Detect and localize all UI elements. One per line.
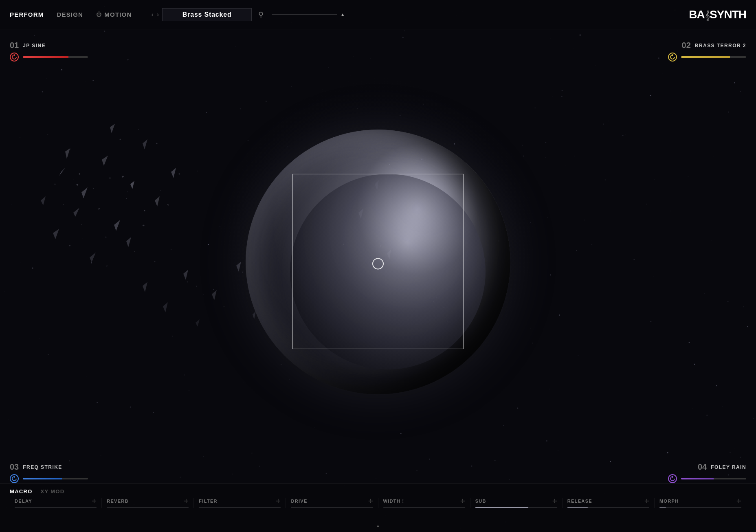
svg-marker-8 bbox=[53, 229, 59, 239]
svg-point-38 bbox=[179, 174, 180, 175]
slot-03-header: 03 FREQ STRIKE bbox=[10, 462, 88, 472]
macro-sub: SUB ✛ bbox=[470, 498, 563, 508]
header-slider-track[interactable] bbox=[272, 14, 337, 15]
tab-macro[interactable]: MACRO bbox=[10, 488, 33, 495]
svg-point-47 bbox=[203, 294, 204, 295]
instrument-slot-03: 03 FREQ STRIKE bbox=[10, 462, 88, 483]
power-icon: ⏻ bbox=[96, 11, 102, 18]
svg-point-37 bbox=[160, 190, 161, 191]
svg-marker-28 bbox=[196, 319, 200, 327]
macro-delay-drag-icon[interactable]: ✛ bbox=[92, 498, 97, 504]
slot-02-header: 02 BRASS TERROR 2 bbox=[682, 41, 746, 50]
macro-width-track[interactable] bbox=[383, 507, 465, 508]
preset-nav: ‹ › Brass Stacked ⚲ bbox=[152, 8, 264, 21]
svg-point-39 bbox=[63, 204, 64, 205]
slot-01-name: JP SINE bbox=[23, 43, 46, 48]
macro-drive: DRIVE ✛ bbox=[286, 498, 378, 508]
macro-sub-label: SUB bbox=[475, 499, 486, 503]
svg-marker-25 bbox=[143, 282, 147, 292]
svg-marker-5 bbox=[114, 220, 120, 231]
svg-marker-12 bbox=[41, 196, 46, 205]
svg-marker-10 bbox=[126, 237, 131, 247]
macro-width-drag-icon[interactable]: ✛ bbox=[460, 498, 465, 504]
svg-marker-4 bbox=[130, 181, 134, 189]
svg-marker-23 bbox=[212, 290, 217, 300]
svg-point-34 bbox=[110, 178, 111, 179]
bottom-triangle-icon: ▲ bbox=[376, 521, 380, 529]
slot-03-power-button[interactable] bbox=[10, 474, 19, 483]
tab-motion[interactable]: ⏻ MOTION bbox=[96, 11, 132, 18]
slot-03-controls bbox=[10, 474, 88, 483]
svg-rect-15 bbox=[76, 184, 78, 185]
macro-drive-track[interactable] bbox=[291, 507, 373, 508]
svg-point-35 bbox=[126, 198, 127, 199]
macro-reverb-drag-icon[interactable]: ✛ bbox=[184, 498, 189, 504]
slot-02-name: BRASS TERROR 2 bbox=[695, 43, 746, 48]
slot-03-name: FREQ STRIKE bbox=[23, 464, 62, 470]
svg-point-32 bbox=[79, 174, 80, 175]
svg-marker-7 bbox=[171, 168, 176, 178]
svg-rect-20 bbox=[69, 245, 70, 246]
sphere-inner bbox=[290, 174, 486, 369]
header-slider: ▲ bbox=[272, 12, 345, 18]
svg-marker-2 bbox=[102, 156, 108, 166]
macro-width: WIDTH ! ✛ bbox=[378, 498, 470, 508]
svg-marker-22 bbox=[183, 270, 188, 280]
macro-morph: MORPH ✛ bbox=[655, 498, 746, 508]
macro-drive-label: DRIVE bbox=[291, 499, 307, 503]
macro-release-drag-icon[interactable]: ✛ bbox=[644, 498, 649, 504]
instrument-slot-01: 01 JP SINE bbox=[10, 41, 88, 62]
svg-point-46 bbox=[187, 281, 188, 283]
svg-marker-6 bbox=[155, 196, 160, 207]
slot-04-controls bbox=[668, 474, 746, 483]
slot-04-name: FOLEY RAIN bbox=[711, 464, 746, 470]
slot-04-level-bar[interactable] bbox=[681, 478, 746, 479]
macro-filter-drag-icon[interactable]: ✛ bbox=[276, 498, 281, 504]
next-preset-button[interactable]: › bbox=[157, 11, 159, 18]
svg-marker-24 bbox=[163, 302, 168, 312]
svg-rect-18 bbox=[143, 224, 145, 226]
macro-filter-track[interactable] bbox=[199, 507, 281, 508]
svg-point-33 bbox=[93, 188, 94, 189]
svg-point-36 bbox=[144, 210, 145, 211]
macro-delay-track[interactable] bbox=[15, 507, 97, 508]
macro-sub-drag-icon[interactable]: ✛ bbox=[552, 498, 557, 504]
macro-release-track[interactable] bbox=[567, 507, 649, 508]
macro-reverb: REVERB ✛ bbox=[102, 498, 194, 508]
svg-marker-14 bbox=[110, 124, 115, 133]
slot-03-level-bar[interactable] bbox=[23, 478, 88, 479]
slot-02-level-bar[interactable] bbox=[681, 56, 746, 58]
svg-marker-0 bbox=[59, 168, 65, 176]
tab-xymod[interactable]: XY MOD bbox=[41, 488, 65, 495]
macro-sub-fill bbox=[475, 507, 529, 508]
sphere bbox=[235, 119, 521, 404]
logo: BA𝄞SYNTH bbox=[689, 8, 746, 21]
macro-delay-label: DELAY bbox=[15, 499, 32, 503]
macro-morph-drag-icon[interactable]: ✛ bbox=[736, 498, 741, 504]
svg-rect-19 bbox=[167, 204, 169, 206]
macro-drive-drag-icon[interactable]: ✛ bbox=[368, 498, 373, 504]
slot-01-level-bar[interactable] bbox=[23, 56, 88, 58]
header-triangle-icon: ▲ bbox=[340, 12, 345, 18]
tab-perform[interactable]: PERFORM bbox=[10, 11, 44, 18]
svg-rect-17 bbox=[122, 176, 124, 178]
svg-point-45 bbox=[171, 249, 171, 250]
macro-reverb-track[interactable] bbox=[107, 507, 189, 508]
slot-04-power-button[interactable] bbox=[668, 474, 677, 483]
slot-01-power-button[interactable] bbox=[10, 53, 19, 62]
svg-marker-13 bbox=[143, 139, 147, 149]
slot-04-header: 04 FOLEY RAIN bbox=[698, 462, 746, 472]
macro-morph-track[interactable] bbox=[659, 507, 741, 508]
macro-sub-track[interactable] bbox=[475, 507, 557, 508]
macro-delay: DELAY ✛ bbox=[10, 498, 102, 508]
svg-point-42 bbox=[105, 237, 107, 238]
slot-02-power-button[interactable] bbox=[668, 53, 677, 62]
header: PERFORM DESIGN ⏻ MOTION ‹ › Brass Stacke… bbox=[0, 0, 756, 29]
svg-marker-3 bbox=[73, 208, 79, 217]
tab-design[interactable]: DESIGN bbox=[57, 11, 83, 18]
search-icon[interactable]: ⚲ bbox=[258, 10, 264, 19]
slot-01-controls bbox=[10, 53, 88, 62]
svg-point-51 bbox=[156, 143, 158, 144]
prev-preset-button[interactable]: ‹ bbox=[152, 11, 154, 18]
preset-name[interactable]: Brass Stacked bbox=[162, 8, 252, 21]
